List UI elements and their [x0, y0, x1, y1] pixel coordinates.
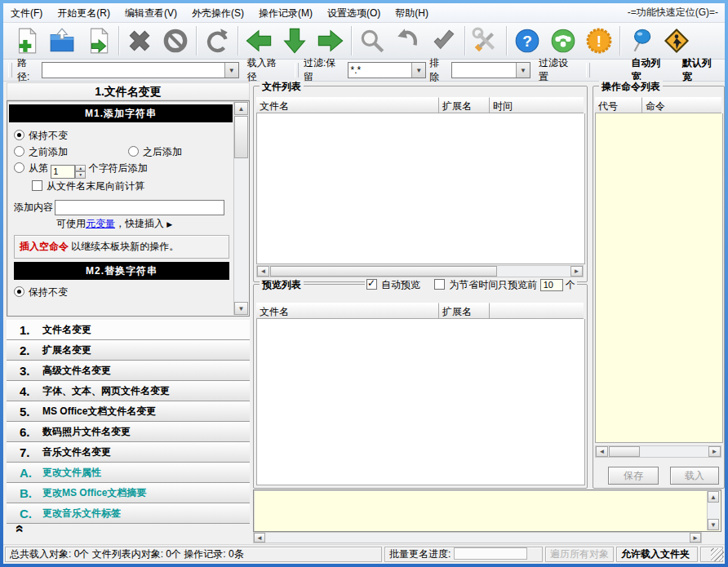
col-filename[interactable]: 文件名 — [256, 97, 439, 113]
module-item-4[interactable]: 4.字体、文本、网页文件名变更 — [7, 381, 250, 401]
refresh-button[interactable] — [199, 24, 235, 57]
scroll-thumb[interactable] — [270, 266, 497, 277]
add-content-input[interactable] — [55, 200, 224, 215]
scroll-right-icon[interactable]: ► — [570, 266, 583, 277]
command-list-hscrollbar[interactable]: ◄ ► — [595, 445, 721, 458]
exclude-dropdown-icon[interactable]: ▼ — [516, 63, 530, 78]
status-traverse-toggle[interactable]: 遍历所有对象 — [545, 547, 614, 562]
open-folder-button[interactable] — [44, 24, 80, 57]
scroll-left-icon[interactable]: ◄ — [254, 533, 265, 543]
col-extension[interactable]: 扩展名 — [439, 303, 490, 319]
scroll-thumb[interactable] — [609, 446, 640, 457]
radio-before-row[interactable]: 之前添加 — [14, 145, 128, 162]
limit-count-input[interactable] — [540, 279, 563, 291]
filter-value[interactable]: *.* — [348, 63, 412, 78]
module-item-A[interactable]: A.更改文件属性 — [7, 463, 250, 483]
help-button[interactable]: ? — [509, 24, 545, 57]
limit-preview-check-icon[interactable] — [434, 279, 445, 290]
path-dropdown-icon[interactable]: ▼ — [224, 63, 238, 78]
menu-rename[interactable]: 开始更名(R) — [50, 4, 118, 22]
checkbox-reverse-row[interactable]: 从文件名末尾向前计算 — [14, 179, 229, 197]
search-button[interactable] — [354, 24, 390, 57]
radio-position-icon[interactable] — [14, 162, 24, 173]
exclude-value[interactable] — [452, 63, 516, 78]
col-command[interactable]: 命令 — [642, 97, 721, 113]
module-item-2[interactable]: 2.扩展名变更 — [7, 340, 250, 361]
radio-before-icon[interactable] — [14, 146, 24, 157]
message-vscrollbar[interactable]: ▲ ▼ — [707, 491, 720, 530]
module-item-6[interactable]: 6.数码照片文件名变更 — [7, 422, 250, 442]
module-item-3[interactable]: 3.高级文件名变更 — [7, 361, 250, 381]
col-time[interactable]: 时间 — [490, 97, 584, 113]
insert-empty-command-link[interactable]: 插入空命令 — [20, 241, 69, 252]
path-combobox[interactable]: ▼ — [42, 62, 238, 78]
filter-dropdown-icon[interactable]: ▼ — [411, 63, 425, 78]
scroll-right-icon[interactable]: ► — [690, 533, 701, 543]
menu-file[interactable]: 文件(F) — [3, 4, 50, 22]
spin-up-icon[interactable]: ▲ — [75, 165, 86, 172]
collapse-menu-button[interactable]: « — [7, 518, 250, 538]
col-code[interactable]: 代号 — [595, 97, 642, 113]
radio-position-row[interactable]: 从第 ▲▼ 个字符后添加 — [14, 162, 229, 179]
exclude-combobox[interactable]: ▼ — [451, 62, 530, 78]
checkbox-reverse-icon[interactable] — [32, 180, 42, 191]
col-blank[interactable] — [490, 303, 584, 319]
menu-records[interactable]: 操作记录(M) — [251, 4, 320, 22]
radio-m2-keep-row[interactable]: 保持不变 — [14, 280, 229, 303]
menu-shell[interactable]: 外壳操作(S) — [184, 4, 251, 22]
save-commands-button[interactable]: 保存 — [608, 467, 659, 485]
scroll-left-icon[interactable]: ◄ — [257, 266, 269, 277]
radio-keep-row[interactable]: 保持不变 — [14, 129, 229, 145]
module-item-1[interactable]: 1.文件名变更 — [7, 320, 250, 340]
radio-after-row[interactable]: 之后添加 — [128, 145, 182, 162]
add-file-button[interactable] — [8, 24, 44, 57]
spin-down-icon[interactable]: ▼ — [75, 171, 86, 179]
auto-preview-check-icon[interactable] — [366, 279, 377, 290]
pin-button[interactable] — [623, 24, 659, 57]
auto-preview-checkbox[interactable]: 自动预览 — [366, 279, 420, 290]
scroll-thumb[interactable] — [234, 116, 248, 158]
radio-m2-keep-icon[interactable] — [14, 286, 24, 297]
limit-preview-checkbox[interactable]: 为节省时间只预览前 — [434, 279, 537, 290]
radio-after-icon[interactable] — [128, 146, 139, 157]
block-button[interactable] — [158, 24, 193, 57]
quick-locate-label[interactable]: -=功能快速定位(G)=- — [628, 6, 725, 20]
load-commands-button[interactable]: 载入 — [670, 467, 719, 485]
position-input[interactable] — [51, 165, 75, 179]
module-item-7[interactable]: 7.音乐文件名变更 — [7, 442, 250, 463]
file-list-hscrollbar[interactable]: ◄ ► — [256, 265, 584, 277]
contact-button[interactable] — [545, 24, 581, 57]
filter-combobox[interactable]: *.* ▼ — [348, 62, 427, 78]
message-box[interactable]: ▲ ▼ — [253, 489, 721, 532]
panel-scrollbar[interactable]: ▲ ▼ — [233, 102, 248, 315]
command-list-body[interactable] — [595, 113, 723, 443]
file-list-body[interactable] — [256, 113, 585, 264]
col-filename[interactable]: 文件名 — [256, 303, 439, 319]
quick-insert-arrow-icon[interactable]: ▶ — [166, 220, 172, 228]
radio-keep-icon[interactable] — [14, 130, 24, 140]
scroll-down-icon[interactable]: ▼ — [708, 519, 719, 530]
path-value[interactable] — [42, 63, 224, 78]
module-item-5[interactable]: 5.MS Office文档文件名变更 — [7, 401, 250, 422]
filter-settings-button[interactable]: 过滤设置 — [534, 54, 581, 86]
undo-button[interactable] — [390, 24, 426, 57]
scroll-up-icon[interactable]: ▲ — [708, 491, 719, 503]
scroll-right-icon[interactable]: ► — [708, 446, 721, 457]
scroll-left-icon[interactable]: ◄ — [596, 446, 608, 457]
delete-button[interactable] — [122, 24, 158, 57]
arrow-left-button[interactable] — [241, 24, 277, 57]
arrow-right-button[interactable] — [313, 24, 348, 57]
default-column-width-button[interactable]: 默认列宽 — [677, 54, 725, 86]
col-extension[interactable]: 扩展名 — [439, 97, 490, 113]
preview-list-body[interactable] — [256, 319, 585, 485]
meta-variable-link[interactable]: 元变量 — [86, 218, 115, 229]
position-stepper[interactable]: ▲▼ — [51, 165, 86, 179]
menu-help[interactable]: 帮助(H) — [388, 4, 436, 22]
menu-options[interactable]: 设置选项(O) — [320, 4, 388, 22]
tools-button[interactable] — [468, 24, 504, 57]
arrow-down-button[interactable] — [277, 24, 313, 57]
message-hscrollbar[interactable]: ◄ ► — [253, 532, 702, 543]
menu-edit-view[interactable]: 编辑查看(V) — [118, 4, 184, 22]
module-item-B[interactable]: B.更改MS Office文档摘要 — [7, 483, 250, 503]
load-file-button[interactable] — [80, 24, 116, 57]
